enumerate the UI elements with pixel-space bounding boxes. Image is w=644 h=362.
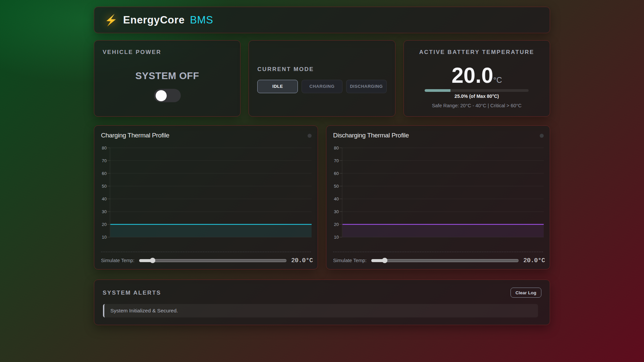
- svg-text:10: 10: [102, 235, 107, 240]
- svg-text:50: 50: [334, 184, 339, 189]
- svg-text:70: 70: [102, 158, 107, 163]
- svg-text:80: 80: [102, 145, 107, 150]
- svg-text:50: 50: [102, 184, 107, 189]
- svg-text:70: 70: [334, 158, 339, 163]
- svg-text:30: 30: [334, 209, 339, 214]
- svg-text:60: 60: [334, 171, 339, 176]
- svg-text:60: 60: [102, 171, 107, 176]
- svg-text:20: 20: [334, 222, 339, 227]
- svg-text:80: 80: [334, 145, 339, 150]
- svg-text:40: 40: [102, 196, 107, 201]
- svg-text:20: 20: [102, 222, 107, 227]
- svg-text:30: 30: [102, 209, 107, 214]
- svg-text:40: 40: [334, 196, 339, 201]
- svg-text:10: 10: [334, 235, 339, 240]
